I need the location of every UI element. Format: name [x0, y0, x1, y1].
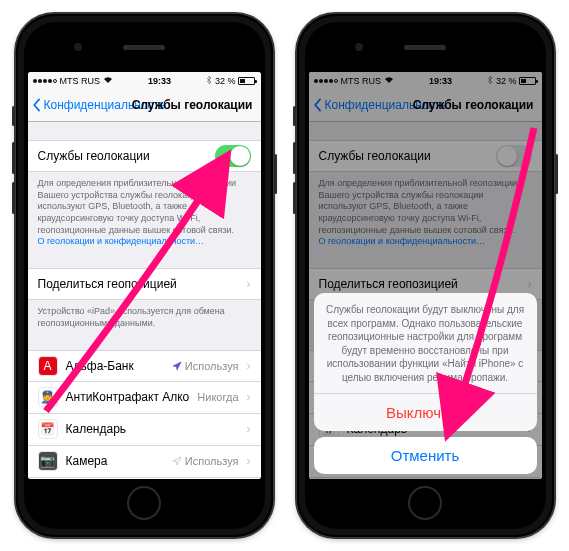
app-list: ААльфа-БанкИспользуя›👮АнтиКонтрафакт Алк…	[28, 350, 261, 480]
chevron-right-icon: ›	[247, 454, 251, 468]
iphone-right: MTS RUS 19:33 32 % Конфиденци	[297, 14, 554, 537]
action-sheet-message: Службы геолокации будут выключены для вс…	[314, 293, 537, 394]
battery-pct: 32 %	[215, 76, 236, 86]
app-row[interactable]: 👮АнтиКонтрафакт АлкоНикогда›	[28, 382, 261, 414]
location-services-note: Для определения приблизительной геопозиц…	[28, 172, 261, 250]
navbar: Конфиденциальность Службы геолокации	[28, 89, 261, 122]
chevron-right-icon: ›	[247, 277, 251, 291]
chevron-right-icon: ›	[247, 422, 251, 436]
app-row[interactable]: 📷КамераИспользуя›	[28, 446, 261, 478]
app-name: Календарь	[66, 422, 231, 436]
app-icon: 📅	[38, 419, 58, 439]
share-location-row[interactable]: Поделиться геопозицией ›	[28, 268, 261, 300]
clock: 19:33	[148, 76, 171, 86]
share-location-label: Поделиться геопозицией	[38, 277, 239, 291]
carrier-label: MTS RUS	[60, 76, 101, 86]
signal-strength-icon	[33, 79, 57, 83]
wifi-icon	[103, 76, 113, 86]
location-arrow-icon	[172, 361, 182, 371]
battery-icon	[238, 77, 255, 85]
app-icon: А	[38, 356, 58, 376]
modal-overlay: Службы геолокации будут выключены для вс…	[309, 72, 542, 479]
screen: MTS RUS 19:33 32 % Конфиденци	[28, 72, 261, 479]
chevron-right-icon: ›	[247, 390, 251, 404]
app-permission-value: Никогда	[197, 391, 238, 403]
chevron-right-icon: ›	[247, 359, 251, 373]
page-title: Службы геолокации	[132, 98, 253, 112]
bluetooth-icon	[206, 75, 212, 87]
status-bar: MTS RUS 19:33 32 %	[28, 72, 261, 89]
app-icon: 👮	[38, 387, 58, 407]
app-name: АнтиКонтрафакт Алко	[66, 390, 190, 404]
toggle-switch[interactable]	[215, 145, 251, 167]
about-location-privacy-link[interactable]: О геолокации и конфиденциальности…	[38, 236, 205, 246]
app-name: Альфа-Банк	[66, 359, 164, 373]
app-row[interactable]: ААльфа-БанкИспользуя›	[28, 350, 261, 382]
location-services-toggle-row[interactable]: Службы геолокации	[28, 140, 261, 172]
chevron-left-icon	[32, 98, 42, 112]
app-permission-value: Используя	[172, 360, 239, 372]
app-permission-value: Используя	[172, 455, 239, 467]
toggle-label: Службы геолокации	[38, 149, 207, 163]
app-icon: 📷	[38, 451, 58, 471]
share-location-note: Устройство «iPad» используется для обмен…	[28, 300, 261, 331]
app-row[interactable]: 📅Календарь›	[28, 414, 261, 446]
app-row[interactable]: 🧭Сайты SafariИспользуя›	[28, 478, 261, 480]
app-name: Камера	[66, 454, 164, 468]
cancel-button[interactable]: Отменить	[314, 437, 537, 474]
screen: MTS RUS 19:33 32 % Конфиденци	[309, 72, 542, 479]
location-arrow-icon	[172, 456, 182, 466]
action-sheet: Службы геолокации будут выключены для вс…	[314, 293, 537, 431]
turn-off-button[interactable]: Выключить	[314, 394, 537, 431]
iphone-left: MTS RUS 19:33 32 % Конфиденци	[16, 14, 273, 537]
